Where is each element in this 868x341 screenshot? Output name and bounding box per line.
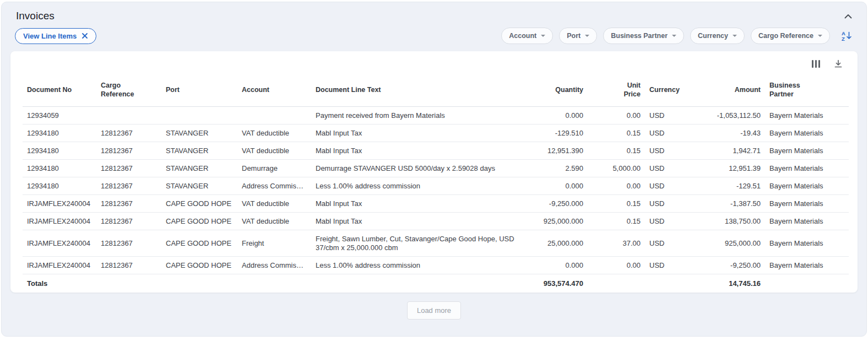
cell-amount: -1,387.50	[689, 195, 765, 213]
cell-currency: USD	[645, 257, 689, 274]
cell-cargo-reference: 12812367	[96, 257, 161, 274]
cell-amount: -1,053,112.50	[689, 107, 765, 125]
column-header-document-no[interactable]: Document No	[23, 69, 96, 107]
cell-unit-price: 0.00	[588, 107, 645, 125]
cell-cargo-reference: 12812367	[96, 195, 161, 213]
columns-icon[interactable]	[812, 60, 821, 68]
close-icon[interactable]	[82, 33, 88, 39]
cell-currency: USD	[645, 213, 689, 230]
cell-document-no: 12934180	[23, 142, 96, 160]
cell-document-no: 12934180	[23, 160, 96, 177]
cell-port: CAPE GOOD HOPE	[161, 230, 237, 257]
cell-cargo-reference: 12812367	[96, 142, 161, 160]
cell-quantity: -129.510	[530, 125, 588, 142]
column-header-unit-price[interactable]: Unit Price	[588, 69, 645, 107]
cell-document-line-text: Less 1.00% address commission	[311, 257, 530, 274]
column-header-amount[interactable]: Amount	[689, 69, 765, 107]
cell-unit-price: 0.15	[588, 213, 645, 230]
column-header-cargo-reference[interactable]: Cargo Reference	[96, 69, 161, 107]
totals-empty-cell	[237, 274, 311, 293]
cell-document-line-text: Mabl Input Tax	[311, 142, 530, 160]
cell-amount: 138,750.00	[689, 213, 765, 230]
cell-port: CAPE GOOD HOPE	[161, 213, 237, 230]
filters-toolbar: View Line Items Account Port Busine	[2, 26, 866, 51]
cell-document-no: IRJAMFLEX240004	[23, 230, 96, 257]
filter-dropdown-port[interactable]: Port	[559, 28, 597, 44]
cell-quantity: 2.590	[530, 160, 588, 177]
table-row: 1293418012812367STAVANGERAddress Commis……	[23, 177, 849, 195]
cell-unit-price: 37.00	[588, 230, 645, 257]
totals-quantity: 953,574.470	[530, 274, 588, 293]
table-row: 1293418012812367STAVANGERVAT deductibleM…	[23, 142, 849, 160]
cell-document-line-text: Mabl Input Tax	[311, 195, 530, 213]
cell-account	[237, 107, 311, 125]
filter-dropdown-cargo-reference[interactable]: Cargo Reference	[751, 28, 830, 44]
cell-port: CAPE GOOD HOPE	[161, 195, 237, 213]
cell-document-no: 12934180	[23, 177, 96, 195]
invoices-panel: Invoices View Line Items Account	[1, 2, 867, 337]
cell-document-line-text: Mabl Input Tax	[311, 213, 530, 230]
cell-account: VAT deductible	[237, 125, 311, 142]
column-header-business-partner[interactable]: Business Partner	[765, 69, 849, 107]
column-header-port[interactable]: Port	[161, 69, 237, 107]
cell-currency: USD	[645, 125, 689, 142]
cell-document-no: IRJAMFLEX240004	[23, 195, 96, 213]
filter-dropdown-business-partner[interactable]: Business Partner	[603, 28, 684, 44]
load-more-button[interactable]: Load more	[407, 301, 461, 320]
cell-document-line-text: Freight, Sawn Lumber, Cut, Stavanger/Cap…	[311, 230, 530, 257]
cell-account: VAT deductible	[237, 142, 311, 160]
download-icon	[833, 59, 843, 69]
cell-unit-price: 0.00	[588, 177, 645, 195]
filter-dropdown-account[interactable]: Account	[501, 28, 553, 44]
cell-currency: USD	[645, 160, 689, 177]
filter-group: Account Port Business Partner Currency C…	[501, 28, 853, 44]
cell-account: VAT deductible	[237, 213, 311, 230]
column-header-currency[interactable]: Currency	[645, 69, 689, 107]
table-row: IRJAMFLEX24000412812367CAPE GOOD HOPEFre…	[23, 230, 849, 257]
cell-document-no: IRJAMFLEX240004	[23, 213, 96, 230]
column-header-document-line-text[interactable]: Document Line Text	[311, 69, 530, 107]
view-line-items-chip[interactable]: View Line Items	[15, 28, 96, 44]
cell-quantity: 0.000	[530, 177, 588, 195]
filter-dropdown-currency[interactable]: Currency	[690, 28, 745, 44]
cell-account: Address Commis…	[237, 177, 311, 195]
totals-label: Totals	[23, 274, 96, 293]
cell-document-no: 12934059	[23, 107, 96, 125]
collapse-panel-button[interactable]	[842, 12, 854, 21]
totals-empty-cell	[765, 274, 849, 293]
sort-button[interactable]: A Z	[840, 29, 853, 42]
cell-quantity: 12,951.390	[530, 142, 588, 160]
cell-currency: USD	[645, 177, 689, 195]
cell-port: STAVANGER	[161, 125, 237, 142]
table-row: IRJAMFLEX24000412812367CAPE GOOD HOPEAdd…	[23, 257, 849, 274]
cell-port	[161, 107, 237, 125]
totals-amount: 14,745.16	[689, 274, 765, 293]
cell-port: STAVANGER	[161, 177, 237, 195]
chip-label: View Line Items	[23, 32, 77, 40]
panel-header: Invoices	[2, 2, 866, 26]
cell-business-partner: Bayern Materials	[765, 230, 849, 257]
column-header-quantity[interactable]: Quantity	[530, 69, 588, 107]
table-row: 1293418012812367STAVANGERVAT deductibleM…	[23, 125, 849, 142]
column-header-account[interactable]: Account	[237, 69, 311, 107]
cell-currency: USD	[645, 230, 689, 257]
totals-empty-cell	[96, 274, 161, 293]
cell-business-partner: Bayern Materials	[765, 257, 849, 274]
totals-empty-cell	[161, 274, 237, 293]
table-row: 12934059Payment received from Bayern Mat…	[23, 107, 849, 125]
chevron-down-icon	[818, 35, 822, 37]
card-toolbar	[10, 51, 858, 69]
cell-business-partner: Bayern Materials	[765, 160, 849, 177]
cell-cargo-reference: 12812367	[96, 213, 161, 230]
filter-label: Port	[567, 32, 581, 40]
chevron-down-icon	[672, 35, 676, 37]
cell-business-partner: Bayern Materials	[765, 213, 849, 230]
load-more-area: Load more	[2, 301, 866, 320]
cell-unit-price: 0.15	[588, 125, 645, 142]
download-button[interactable]	[833, 59, 843, 69]
page-title: Invoices	[16, 10, 55, 22]
page: Invoices View Line Items Account	[0, 0, 868, 341]
cell-account: Address Commis…	[237, 257, 311, 274]
invoices-card: Document NoCargo ReferencePortAccountDoc…	[10, 51, 858, 293]
filter-label: Account	[509, 32, 536, 40]
